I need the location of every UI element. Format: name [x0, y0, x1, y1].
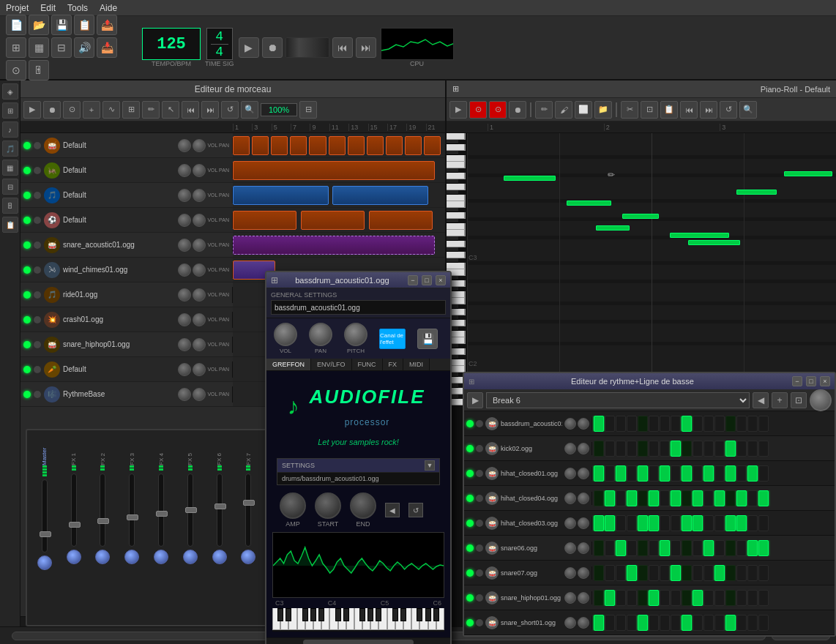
- rp-btn-4-3[interactable]: [627, 515, 637, 531]
- rp-btn-2-4[interactable]: [638, 465, 648, 482]
- track-mute-11[interactable]: [34, 391, 41, 398]
- rp-btn-4-11[interactable]: [714, 515, 725, 531]
- song-zoom-in[interactable]: 🔍: [241, 101, 258, 119]
- r-pan-0[interactable]: [578, 418, 589, 430]
- vol-knob-4[interactable]: [178, 214, 191, 227]
- rp-btn-1-4[interactable]: [638, 441, 648, 457]
- rp-btn-3-6[interactable]: [660, 490, 670, 506]
- ch-fader-0[interactable]: [42, 479, 48, 553]
- track-led-7[interactable]: [23, 291, 31, 299]
- ff-btn[interactable]: ⏭: [356, 37, 376, 58]
- rp-btn-8-3[interactable]: [627, 615, 637, 631]
- track-pattern-3[interactable]: [233, 183, 445, 207]
- mini-key[interactable]: [392, 608, 398, 621]
- plugin-name-input[interactable]: [271, 300, 446, 315]
- sidebar-icon-7[interactable]: 🎚: [2, 198, 18, 214]
- r-led-1[interactable]: [466, 445, 474, 452]
- pan-knob-1[interactable]: [193, 139, 206, 152]
- rp-btn-0-8[interactable]: [682, 416, 692, 432]
- rp-btn-8-12[interactable]: [725, 615, 736, 631]
- rp-btn-4-14[interactable]: [747, 515, 758, 531]
- track-mute-7[interactable]: [34, 291, 41, 299]
- rp-btn-6-14[interactable]: [747, 565, 758, 581]
- r-mute-7[interactable]: [476, 594, 483, 602]
- rp-btn-1-11[interactable]: [714, 441, 725, 457]
- sidebar-icon-5[interactable]: ▦: [2, 160, 18, 176]
- rp-btn-0-12[interactable]: [725, 416, 736, 432]
- rp-btn-0-10[interactable]: [703, 416, 714, 432]
- r-vol-3[interactable]: [564, 493, 576, 504]
- rp-btn-3-11[interactable]: [714, 490, 725, 506]
- track-icon-1[interactable]: 🥁: [44, 138, 60, 154]
- rp-btn-2-1[interactable]: [605, 465, 615, 482]
- plugin-vol-knob[interactable]: [274, 323, 297, 346]
- rp-btn-2-11[interactable]: [714, 465, 725, 482]
- mini-key[interactable]: [400, 608, 406, 621]
- amp-knob[interactable]: [280, 493, 306, 519]
- r-mute-4[interactable]: [476, 520, 483, 527]
- rhythm-minimize[interactable]: −: [792, 376, 802, 386]
- track-icon-8[interactable]: 💥: [44, 312, 60, 328]
- sidebar-icon-6[interactable]: ⊟: [2, 179, 18, 195]
- rp-btn-3-10[interactable]: [703, 490, 714, 506]
- pr-rec2[interactable]: ⊙: [489, 101, 507, 119]
- rp-btn-7-12[interactable]: [725, 590, 736, 606]
- ch-fader-7[interactable]: [245, 473, 251, 547]
- r-icon-1[interactable]: 🥁: [485, 442, 499, 455]
- rp-btn-0-0[interactable]: [594, 416, 604, 432]
- pr-scissors[interactable]: ✂: [621, 101, 638, 119]
- ch-knob-1[interactable]: [67, 550, 81, 564]
- pan-knob-8[interactable]: [193, 313, 206, 326]
- rp-btn-7-0[interactable]: [594, 590, 604, 606]
- rp-btn-5-6[interactable]: [660, 540, 670, 556]
- track-icon-10[interactable]: 🥕: [44, 362, 60, 378]
- rp-btn-1-15[interactable]: [758, 441, 769, 457]
- seq-btn[interactable]: ⊟: [51, 37, 72, 58]
- rp-btn-0-15[interactable]: [758, 416, 769, 432]
- track-mute-3[interactable]: [34, 192, 41, 199]
- r-mute-3[interactable]: [476, 495, 483, 502]
- r-led-2[interactable]: [466, 470, 474, 477]
- vol-knob-5[interactable]: [178, 239, 191, 252]
- rp-btn-3-8[interactable]: [682, 490, 692, 506]
- grid-btn[interactable]: ⊞: [6, 37, 26, 58]
- rp-btn-2-15[interactable]: [758, 465, 769, 482]
- menu-aide[interactable]: Aide: [100, 3, 117, 13]
- rp-btn-1-14[interactable]: [747, 441, 758, 457]
- stop-btn[interactable]: ⏺: [262, 37, 283, 58]
- rp-btn-6-6[interactable]: [660, 565, 670, 581]
- plugin-maximize[interactable]: □: [422, 275, 432, 285]
- track-icon-5[interactable]: 🥁: [44, 237, 60, 253]
- mini-key[interactable]: [417, 608, 422, 621]
- pr-erase[interactable]: ⬜: [575, 101, 592, 119]
- track-mute-1[interactable]: [34, 142, 41, 149]
- ch-thumb-2[interactable]: [97, 518, 109, 524]
- rp-btn-3-4[interactable]: [638, 490, 648, 506]
- r-vol-1[interactable]: [564, 443, 576, 454]
- rp-btn-8-10[interactable]: [703, 615, 714, 631]
- rp-btn-1-1[interactable]: [605, 441, 615, 457]
- vol-knob-3[interactable]: [178, 189, 191, 202]
- r-vol-7[interactable]: [564, 592, 576, 604]
- rp-btn-5-8[interactable]: [682, 540, 692, 556]
- open-btn[interactable]: 📂: [29, 15, 49, 35]
- rp-btn-7-3[interactable]: [627, 590, 637, 606]
- track-pattern-4[interactable]: [233, 208, 445, 232]
- rec-btn[interactable]: ⊙: [6, 60, 26, 80]
- timesig-display[interactable]: 4 4: [206, 28, 233, 60]
- note-block[interactable]: [596, 225, 629, 231]
- rp-btn-8-14[interactable]: [747, 615, 758, 631]
- rp-btn-4-6[interactable]: [660, 515, 670, 531]
- song-zoom-out[interactable]: ⊟: [299, 101, 317, 119]
- vol-knob-11[interactable]: [178, 388, 191, 401]
- rp-btn-7-2[interactable]: [616, 590, 626, 606]
- rp-btn-0-3[interactable]: [627, 416, 637, 432]
- save-as-btn[interactable]: 📋: [74, 15, 94, 35]
- ch-knob-3[interactable]: [124, 550, 139, 564]
- import-btn[interactable]: 📥: [97, 37, 117, 58]
- rp-btn-6-1[interactable]: [605, 565, 615, 581]
- track-mute-6[interactable]: [34, 266, 41, 274]
- rp-btn-8-8[interactable]: [682, 615, 692, 631]
- ch-knob-2[interactable]: [95, 550, 110, 564]
- rp-btn-7-10[interactable]: [703, 590, 714, 606]
